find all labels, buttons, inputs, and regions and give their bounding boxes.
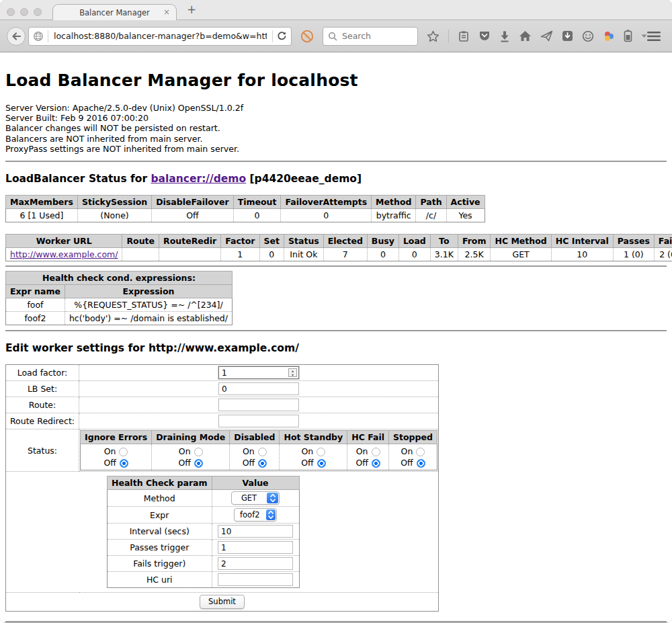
form-row-submit: Submit: [6, 593, 439, 612]
table-title-row: Health check cond. expressions:: [6, 272, 233, 285]
search-input[interactable]: [341, 30, 413, 42]
cell-passes: 1 (0): [613, 248, 654, 261]
colored-dots-extension-icon[interactable]: [603, 30, 615, 42]
status-on-radio[interactable]: [119, 448, 128, 456]
cell-method: bytraffic: [372, 209, 416, 222]
hc-row-method: Method GET: [108, 490, 300, 507]
status-off-radio[interactable]: [317, 459, 326, 468]
window-controls: [7, 8, 42, 16]
status-on-radio[interactable]: [372, 448, 380, 456]
window-zoom-button[interactable]: [34, 8, 42, 16]
cell-to: 3.1K: [430, 248, 458, 261]
col-status: Status: [284, 235, 324, 248]
status-off-radio[interactable]: [372, 459, 380, 468]
proxypass-note-line: ProxyPass settings are NOT inherited fro…: [5, 144, 239, 154]
col-hc-param: Health Check param: [108, 476, 212, 490]
cell-path: /c/: [416, 209, 446, 222]
table-header-row: Worker URL Route RouteRedir Factor Set S…: [6, 235, 672, 248]
balancer-demo-link[interactable]: balancer://demo: [151, 173, 246, 185]
number-stepper-icon[interactable]: ▴▾: [288, 368, 297, 377]
status-label: Status:: [6, 429, 79, 472]
pocket-icon[interactable]: [478, 30, 491, 42]
status-on-radio[interactable]: [194, 448, 203, 456]
status-off-radio[interactable]: [120, 459, 128, 468]
submit-button[interactable]: Submit: [200, 595, 245, 609]
window-close-button[interactable]: [7, 8, 15, 16]
hc-expr-selected-value: foof2: [235, 509, 265, 521]
tab-title: Balancer Manager: [79, 8, 150, 17]
select-stepper-icon: [267, 493, 278, 503]
col-hc-interval: HC Interval: [551, 235, 613, 248]
new-tab-button[interactable]: +: [187, 3, 196, 16]
hc-passes-label: Passes trigger: [108, 540, 212, 556]
col-hc-value: Value: [212, 476, 299, 490]
table-header-row: Health Check param Value: [108, 476, 300, 490]
url-bar[interactable]: [28, 27, 292, 46]
col-passes: Passes: [613, 235, 654, 248]
load-factor-input[interactable]: [218, 366, 299, 379]
emoji-icon[interactable]: [582, 30, 594, 42]
table-row: 6 [1 Used] (None) Off 0 0 bytraffic /c/ …: [6, 209, 485, 222]
downloads-icon[interactable]: [499, 30, 510, 42]
on-label: On: [301, 446, 313, 456]
on-label: On: [104, 446, 116, 456]
edit-worker-heading: Edit worker settings for http://www.exam…: [5, 342, 667, 354]
route-redirect-input[interactable]: [218, 415, 299, 427]
hc-interval-input[interactable]: [218, 525, 293, 538]
window-minimize-button[interactable]: [20, 8, 28, 16]
save-page-icon[interactable]: [562, 30, 573, 42]
back-arrow-icon: [11, 32, 21, 40]
table-row: http://www.example.com/ 1 0 Init Ok 7 0 …: [6, 248, 672, 261]
hc-row-interval: Interval (secs): [108, 524, 300, 540]
col-stickysession: StickySession: [77, 196, 151, 209]
plugin-block-icon[interactable]: [300, 29, 314, 44]
tab-close-icon[interactable]: ×: [163, 7, 170, 17]
col-expr-name: Expr name: [6, 285, 65, 298]
status-cell-disabled: On Off: [230, 444, 280, 470]
expr-table-title: Health check cond. expressions:: [6, 272, 233, 285]
status-off-radio[interactable]: [258, 459, 267, 468]
hc-uri-input[interactable]: [218, 573, 293, 586]
hc-row-expr: Expr foof2: [108, 507, 300, 524]
hc-method-selected-value: GET: [232, 492, 266, 504]
send-icon[interactable]: [540, 30, 553, 42]
reload-icon[interactable]: [277, 31, 287, 41]
hc-method-label: Method: [108, 490, 212, 507]
menu-icon[interactable]: [647, 32, 661, 41]
home-icon[interactable]: [519, 30, 532, 42]
hc-method-select[interactable]: GET: [231, 491, 280, 505]
reading-list-icon[interactable]: [458, 30, 470, 42]
status-cell-hot-standby: On Off: [280, 444, 347, 470]
hc-expr-select[interactable]: foof2: [234, 508, 277, 522]
hc-row-fails: Fails trigger): [108, 556, 300, 572]
server-version-line: Server Version: Apache/2.5.0-dev (Unix) …: [5, 103, 243, 113]
hc-passes-input[interactable]: [218, 541, 293, 554]
page-content: Load Balancer Manager for localhost Serv…: [0, 52, 672, 622]
cell-status: Init Ok: [284, 248, 324, 261]
search-bar[interactable]: [323, 27, 418, 46]
bookmark-star-icon[interactable]: [427, 30, 439, 42]
back-button[interactable]: [7, 27, 26, 46]
lb-set-input[interactable]: [218, 382, 299, 395]
page-title: Load Balancer Manager for localhost: [5, 71, 667, 90]
status-on-radio[interactable]: [258, 448, 267, 456]
dropdown-caret-icon[interactable]: [641, 34, 647, 38]
status-off-radio[interactable]: [417, 459, 425, 468]
status-on-radio[interactable]: [416, 448, 425, 456]
col-to: To: [430, 235, 458, 248]
worker-url-link[interactable]: http://www.example.com/: [10, 249, 118, 259]
on-label: On: [401, 446, 413, 456]
cell-routeredir: [159, 248, 221, 261]
route-input[interactable]: [218, 399, 299, 411]
status-on-radio[interactable]: [317, 448, 325, 456]
cell-stickysession: (None): [77, 209, 151, 222]
battery-icon[interactable]: [624, 30, 632, 42]
status-radio-row: On Off On Off On Off: [81, 444, 437, 470]
status-off-radio[interactable]: [194, 459, 203, 468]
tab-balancer-manager[interactable]: Balancer Manager ×: [52, 4, 177, 20]
urlbar-divider: [272, 30, 273, 42]
hc-fails-input[interactable]: [218, 557, 293, 570]
toolbar-divider: [448, 30, 449, 43]
balancer-heading-suffix: [p4420eeae_demo]: [246, 173, 362, 185]
address-input[interactable]: [52, 30, 268, 42]
